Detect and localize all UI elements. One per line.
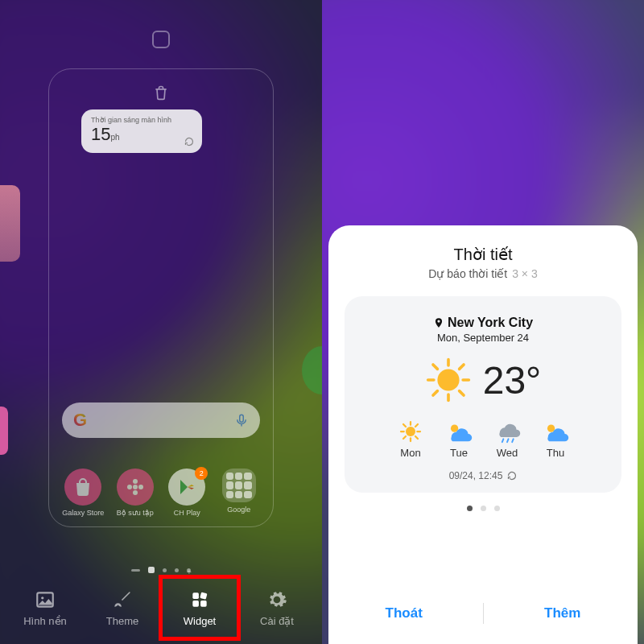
screen-time-widget[interactable]: Thời gian sáng màn hình 15ph [81,109,202,153]
svg-line-20 [459,365,463,369]
forecast-day-label: Mon [400,447,420,459]
badge: 2 [195,467,208,480]
flower-icon [117,469,154,506]
forecast-day-label: Tue [450,447,468,459]
svg-line-19 [433,391,437,395]
mic-icon[interactable] [234,411,249,429]
peek-widget-left[interactable] [0,407,8,455]
svg-line-18 [459,391,463,395]
home-page-preview[interactable]: Thời gian sáng màn hình 15ph G Galaxy St… [48,68,274,527]
bottombar-cài-đặt[interactable]: Cài đặt [241,580,313,636]
weather-date: Mon, September 24 [437,332,529,344]
svg-rect-8 [192,592,199,599]
widget-page-dots[interactable] [467,506,500,511]
app-label: CH Play [174,509,200,517]
widget-add-sheet: Thời tiết Dự báo thời tiết3 × 3 New York… [328,225,638,644]
svg-point-7 [41,597,43,599]
app-galaxy-store[interactable]: Galaxy Store [59,469,107,517]
add-button[interactable]: Thêm [523,597,601,630]
app-bộ-sưu-tập[interactable]: Bộ sưu tập [111,469,159,517]
forecast-thu: Thu [542,419,569,459]
home-indicator-icon [152,31,170,48]
bottombar-widget[interactable]: Widget [163,580,236,636]
sheet-actions: Thoát Thêm [345,588,621,630]
svg-point-2 [133,479,138,484]
bag-icon [64,469,101,506]
bottombar-label: Hình nền [23,615,67,627]
sheet-title: Thời tiết [454,245,513,264]
forecast-tue: Tue [445,419,473,459]
weather-city: New York City [433,316,533,330]
svg-rect-10 [192,601,199,607]
svg-line-33 [512,439,514,442]
forecast-day-label: Thu [547,447,564,459]
svg-point-12 [437,369,459,390]
svg-point-3 [133,490,138,495]
svg-line-27 [415,436,418,439]
svg-point-21 [406,427,415,436]
svg-point-4 [127,485,132,489]
delete-page-icon[interactable] [153,84,169,101]
sun-icon [425,357,472,403]
google-g-icon: G [73,410,87,431]
weather-temp: 23° [483,358,542,402]
screen-time-label: Thời gian sáng màn hình [91,116,192,124]
right-pane: Thời tiết Dự báo thời tiết3 × 3 New York… [322,0,644,644]
bottombar-label: Theme [106,615,138,627]
cloud-icon [445,419,473,444]
bottombar-hình-nền[interactable]: Hình nền [9,580,81,636]
svg-line-31 [502,439,504,442]
google-search-bar[interactable]: G [62,402,260,438]
refresh-icon[interactable] [507,471,517,481]
sheet-subtitle: Dự báo thời tiết3 × 3 [428,267,537,280]
weather-widget-preview[interactable]: New York City Mon, September 24 23° Mon [345,296,621,493]
action-separator [483,603,484,624]
screen-time-value: 15ph [91,124,192,145]
app-google[interactable]: Google [215,469,263,517]
bottombar-theme[interactable]: Theme [86,580,159,636]
svg-rect-0 [240,415,244,422]
forecast-row: MonTueWedThu [397,419,569,459]
bottombar-label: Widget [184,615,216,627]
app-row: Galaxy StoreBộ sưu tập2CH PlayGoogle [57,469,265,517]
svg-line-29 [415,424,418,427]
peek-preview-left[interactable] [0,185,20,262]
svg-point-1 [133,485,138,489]
cloud-icon [542,419,569,444]
app-ch-play[interactable]: 2CH Play [163,469,211,517]
forecast-day-label: Wed [497,447,518,459]
left-pane: Thời gian sáng màn hình 15ph G Galaxy St… [0,0,322,644]
cancel-button[interactable]: Thoát [365,597,444,630]
app-label: Galaxy Store [62,509,104,517]
svg-line-32 [507,439,509,442]
weather-updated: 09/24, 12:45 [449,470,518,481]
svg-rect-11 [200,601,207,607]
weather-now: 23° [425,357,542,403]
google-folder-icon [222,469,256,502]
svg-point-5 [138,485,143,489]
svg-line-17 [433,365,437,369]
sun-icon [397,419,424,444]
bottombar-label: Cài đặt [260,615,294,627]
refresh-icon[interactable] [184,137,194,147]
location-pin-icon [433,316,444,329]
app-label: Google [227,506,250,514]
forecast-wed: Wed [493,419,521,459]
app-label: Bộ sưu tập [117,509,154,517]
editor-bottom-bar: Hình nềnThemeWidgetCài đặt [0,572,322,644]
svg-line-28 [403,436,406,439]
forecast-mon: Mon [397,419,424,459]
svg-rect-9 [200,592,207,599]
svg-line-26 [403,424,406,427]
rain-icon [493,419,521,444]
